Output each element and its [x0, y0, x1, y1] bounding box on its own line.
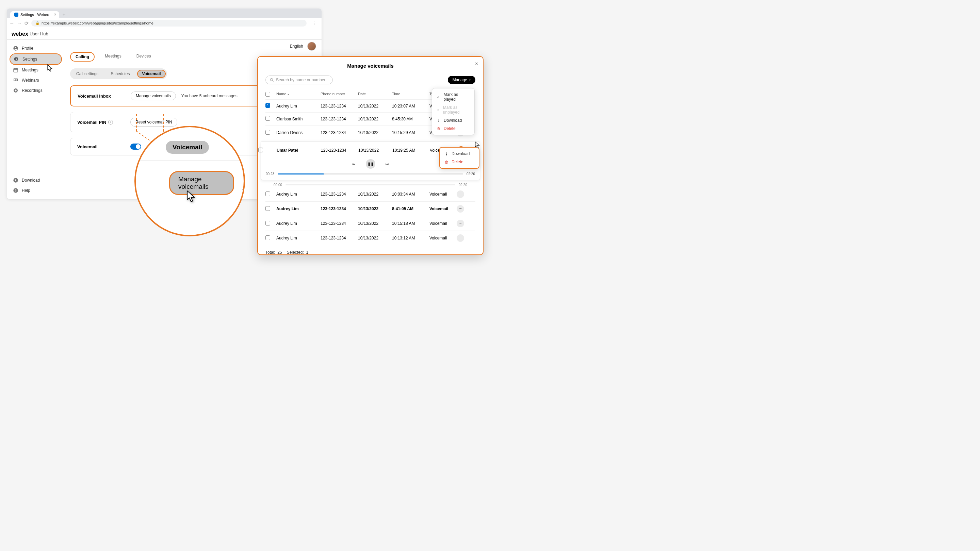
search-input[interactable]: Search by name or number — [266, 76, 333, 84]
row-checkbox[interactable] — [266, 206, 270, 211]
app-header: webex User Hub — [7, 28, 321, 40]
back-icon[interactable]: ← — [10, 21, 14, 26]
browser-tab[interactable]: Settings - Webex × — [10, 11, 59, 18]
selected-count: 1 — [306, 250, 308, 255]
manage-dropdown-menu: ✓ Mark as played × Mark as unplayed ⭳ Do… — [432, 88, 475, 135]
url-text: https://example.webex.com/webappng/sites… — [41, 21, 153, 25]
x-icon: × — [436, 108, 440, 112]
forward-icon[interactable]: → — [17, 21, 22, 26]
player-progress-bar[interactable]: 00:23 02:20 — [266, 172, 475, 176]
col-date[interactable]: Date — [358, 92, 392, 97]
language-selector[interactable]: English — [290, 44, 303, 49]
sidebar-item-settings[interactable]: Settings — [10, 53, 62, 65]
sidebar-item-help[interactable]: ? Help — [10, 185, 62, 195]
sidebar-item-profile[interactable]: Profile — [10, 43, 62, 53]
info-icon[interactable]: i — [108, 120, 113, 124]
row-checkbox[interactable] — [258, 148, 263, 152]
check-icon: ✓ — [436, 95, 441, 99]
row-checkbox[interactable] — [266, 116, 270, 121]
sidebar-item-download[interactable]: Download — [10, 175, 62, 185]
svg-line-16 — [272, 81, 274, 82]
sidebar-item-recordings[interactable]: Recordings — [10, 86, 62, 95]
tab-calling[interactable]: Calling — [70, 52, 95, 62]
cell-type: Voicemail — [430, 206, 457, 211]
cell-name: Audrey Lim — [276, 206, 321, 211]
col-name[interactable]: Name▾ — [276, 92, 321, 97]
search-placeholder: Search by name or number — [276, 78, 325, 82]
download-icon — [13, 178, 18, 183]
tab-meetings[interactable]: Meetings — [100, 52, 126, 62]
url-field[interactable]: 🔒 https://example.webex.com/webappng/sit… — [31, 20, 307, 27]
close-modal-icon[interactable]: × — [475, 61, 478, 67]
calendar-icon — [13, 67, 18, 73]
sidebar-item-label: Profile — [22, 46, 33, 51]
row-more-icon[interactable]: ⋯ — [457, 220, 464, 227]
tab-devices[interactable]: Devices — [132, 52, 156, 62]
browser-menu-icon[interactable]: ⋮ — [309, 20, 319, 26]
menu-mark-played[interactable]: ✓ Mark as played — [432, 91, 474, 103]
cell-type: Voicemail — [430, 192, 457, 197]
cell-phone: 123-123-1234 — [321, 192, 358, 197]
skip-back-icon[interactable]: ⏮ — [352, 162, 356, 166]
subtab-voicemail[interactable]: Voicemail — [137, 70, 165, 78]
sidebar-item-webinars[interactable]: Webinars — [10, 75, 62, 86]
person-icon — [13, 46, 18, 51]
cell-phone: 123-123-1234 — [321, 104, 358, 108]
table-row[interactable]: Audrey Lim 123-123-1234 10/13/2022 8:41:… — [266, 202, 476, 216]
cell-name: Umar Patel — [277, 148, 321, 153]
table-row[interactable]: Audrey Lim 123-123-1234 10/13/2022 10:15… — [266, 216, 476, 230]
menu-delete[interactable]: 🗑 Delete — [432, 124, 474, 133]
skip-forward-icon[interactable]: ⏭ — [385, 162, 389, 166]
row-checkbox[interactable] — [266, 103, 270, 108]
subtab-schedules[interactable]: Schedules — [106, 70, 134, 78]
table-row[interactable]: Audrey Lim 123-123-1234 10/13/2022 10:13… — [266, 230, 476, 245]
cell-time: 10:03:34 AM — [392, 192, 430, 197]
download-icon: ⭳ — [444, 152, 449, 156]
manage-voicemails-button[interactable]: Manage voicemails — [130, 92, 176, 100]
col-time[interactable]: Time — [392, 92, 430, 97]
cell-phone: 123-123-1234 — [321, 130, 358, 135]
menu-label: Delete — [452, 159, 463, 164]
card-label: Voicemail — [77, 144, 125, 149]
cell-name: Audrey Lim — [276, 221, 321, 226]
brand-name: webex — [11, 31, 28, 37]
row-action-menu: ⭳ Download 🗑 Delete — [439, 147, 479, 169]
reset-pin-button[interactable]: Reset voicemail PIN — [130, 118, 177, 127]
row-checkbox[interactable] — [266, 130, 270, 135]
table-row[interactable]: Audrey Lim 123-123-1234 10/13/2022 10:03… — [266, 187, 476, 202]
row-more-icon[interactable]: ⋯ — [457, 191, 464, 198]
menu-label: Download — [452, 151, 469, 156]
cell-date: 10/13/2022 — [358, 104, 392, 108]
svg-text:?: ? — [14, 189, 17, 192]
row-checkbox[interactable] — [266, 235, 270, 240]
manage-dropdown-button[interactable]: Manage ▾ — [448, 76, 476, 84]
svg-rect-9 — [16, 80, 17, 80]
row-checkbox[interactable] — [266, 221, 270, 225]
lens-manage-voicemails-button: Manage voicemails — [169, 171, 234, 195]
reload-icon[interactable]: ⟳ — [24, 21, 29, 26]
close-tab-icon[interactable]: × — [54, 12, 56, 17]
modal-footer: Total: 25 Selected: 1 — [266, 250, 476, 255]
menu-delete[interactable]: 🗑 Delete — [440, 158, 479, 166]
select-all-checkbox[interactable] — [266, 92, 270, 97]
subtab-call-settings[interactable]: Call settings — [72, 70, 103, 78]
pause-button[interactable]: ❚❚ — [366, 159, 375, 169]
total-count: 25 — [277, 250, 282, 255]
col-phone[interactable]: Phone number — [321, 92, 358, 97]
row-more-icon[interactable]: ⋯ — [457, 205, 464, 213]
sidebar-item-meetings[interactable]: Meetings — [10, 65, 62, 75]
cell-date: 10/13/2022 — [358, 117, 392, 121]
row-checkbox[interactable] — [266, 192, 270, 196]
total-time-2: 02:20 — [459, 183, 467, 187]
new-tab-button[interactable]: + — [59, 12, 69, 18]
cell-date: 10/13/2022 — [358, 236, 392, 240]
sort-icon: ▾ — [288, 93, 289, 96]
svg-point-11 — [14, 89, 16, 91]
row-more-icon[interactable]: ⋯ — [457, 234, 464, 242]
svg-rect-8 — [16, 79, 17, 79]
avatar[interactable] — [307, 42, 316, 51]
menu-download[interactable]: ⭳ Download — [432, 116, 474, 124]
search-icon — [270, 78, 274, 82]
voicemail-toggle[interactable] — [130, 143, 141, 150]
menu-download[interactable]: ⭳ Download — [440, 150, 479, 158]
